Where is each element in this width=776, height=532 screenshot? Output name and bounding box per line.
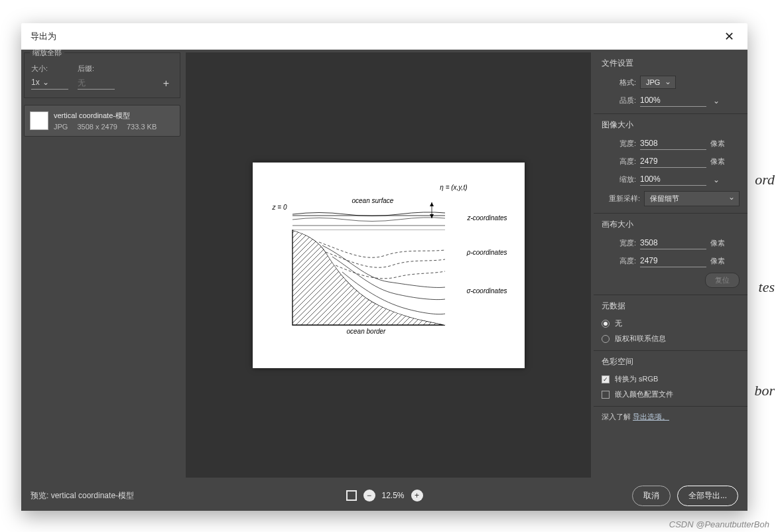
label-rhocoord: ρ-coordinates bbox=[467, 249, 507, 256]
dialog-title: 导出为 bbox=[31, 31, 56, 42]
close-button[interactable]: ✕ bbox=[720, 27, 738, 46]
resample-label: 重新采样: bbox=[602, 194, 640, 204]
label-surface: ocean surface bbox=[352, 197, 394, 204]
file-settings-header: 文件设置 bbox=[594, 52, 747, 73]
format-select[interactable]: JPG bbox=[640, 76, 676, 89]
checkbox-icon bbox=[602, 391, 610, 399]
preview-label: 预览: vertical coordinate-模型 bbox=[31, 490, 134, 501]
dialog-titlebar: 导出为 ✕ bbox=[21, 23, 747, 50]
img-height-label: 高度: bbox=[602, 157, 636, 166]
format-label: 格式: bbox=[602, 78, 636, 88]
scale-all-title: 缩放全部 bbox=[30, 50, 64, 58]
learn-more-link[interactable]: 导出选项。 bbox=[633, 413, 669, 421]
convert-srgb-checkbox[interactable]: 转换为 sRGB bbox=[602, 374, 740, 384]
metadata-none-label: 无 bbox=[615, 318, 622, 328]
asset-name: vertical coordinate-模型 bbox=[54, 111, 166, 121]
px-unit: 像素 bbox=[710, 157, 725, 166]
label-eta: η = (x,y,t) bbox=[440, 184, 467, 191]
img-width-input[interactable]: 3508 bbox=[640, 137, 706, 150]
metadata-header: 元数据 bbox=[594, 295, 747, 316]
suffix-label: 后缀: bbox=[78, 64, 115, 74]
learn-more-row: 深入了解 导出选项。 bbox=[594, 406, 747, 427]
colorspace-header: 色彩空间 bbox=[594, 350, 747, 371]
zoom-controls: − 12.5% + bbox=[346, 490, 422, 501]
svg-marker-2 bbox=[430, 202, 434, 206]
asset-thumbnail bbox=[30, 111, 48, 130]
canvas-size-header: 画布大小 bbox=[594, 213, 747, 234]
reset-canvas-button[interactable]: 复位 bbox=[705, 273, 740, 288]
export-all-button[interactable]: 全部导出... bbox=[677, 486, 738, 506]
bg-text: ord bbox=[755, 171, 775, 188]
diagram-svg bbox=[273, 182, 505, 348]
radio-icon bbox=[602, 320, 610, 328]
px-unit: 像素 bbox=[710, 238, 725, 248]
img-scale-label: 缩放: bbox=[602, 174, 636, 184]
dialog-footer: 预览: vertical coordinate-模型 − 12.5% + 取消 … bbox=[21, 480, 747, 511]
label-sigmacoord: σ-coordinates bbox=[466, 287, 507, 295]
add-scale-button[interactable]: + bbox=[159, 78, 173, 90]
quality-input[interactable]: 100% bbox=[640, 94, 706, 107]
learn-more-prefix: 深入了解 bbox=[602, 413, 633, 421]
px-unit: 像素 bbox=[710, 139, 725, 149]
checkbox-icon bbox=[602, 375, 610, 383]
metadata-none-radio[interactable]: 无 bbox=[602, 318, 740, 328]
scale-all-group: 缩放全部 大小: 1x⌄ 后缀: 无 + bbox=[24, 52, 180, 98]
convert-srgb-label: 转换为 sRGB bbox=[615, 374, 658, 384]
embed-profile-label: 嵌入颜色配置文件 bbox=[615, 389, 673, 399]
bg-text: tes bbox=[759, 279, 775, 296]
left-panel: 缩放全部 大小: 1x⌄ 后缀: 无 + vertical coordin bbox=[21, 50, 183, 480]
quality-label: 品质: bbox=[602, 96, 636, 105]
embed-profile-checkbox[interactable]: 嵌入颜色配置文件 bbox=[602, 389, 740, 399]
canvas-width-label: 宽度: bbox=[602, 238, 636, 248]
canvas-width-input[interactable]: 3508 bbox=[640, 237, 706, 249]
cancel-button[interactable]: 取消 bbox=[632, 486, 671, 506]
label-border: ocean border bbox=[347, 328, 386, 335]
asset-meta: JPG3508 x 2479733.3 KB bbox=[54, 123, 166, 131]
zoom-value: 12.5% bbox=[381, 491, 404, 500]
metadata-copyright-label: 版权和联系信息 bbox=[615, 334, 666, 344]
img-scale-input[interactable]: 100% bbox=[640, 173, 706, 186]
img-width-label: 宽度: bbox=[602, 139, 636, 149]
label-zcoord: z-coordinates bbox=[467, 214, 507, 222]
zoom-in-button[interactable]: + bbox=[411, 490, 423, 501]
image-size-header: 图像大小 bbox=[594, 113, 747, 135]
crop-icon[interactable] bbox=[346, 490, 356, 501]
radio-icon bbox=[602, 335, 610, 343]
resample-select[interactable]: 保留细节 bbox=[644, 191, 740, 206]
bg-text: bor bbox=[754, 382, 775, 399]
preview-canvas: η = (x,y,t) ocean surface z = 0 z-coordi… bbox=[253, 163, 525, 368]
preview-area: η = (x,y,t) ocean surface z = 0 z-coordi… bbox=[186, 52, 591, 478]
px-unit: 像素 bbox=[710, 256, 725, 266]
canvas-height-input[interactable]: 2479 bbox=[640, 255, 706, 267]
preview-diagram: η = (x,y,t) ocean surface z = 0 z-coordi… bbox=[273, 182, 505, 348]
watermark: CSDN @PeanutbutterBoh bbox=[669, 519, 769, 529]
label-z0: z = 0 bbox=[273, 204, 287, 211]
asset-row[interactable]: vertical coordinate-模型 JPG3508 x 2479733… bbox=[24, 105, 180, 137]
suffix-input[interactable]: 无 bbox=[78, 76, 115, 90]
size-select[interactable]: 1x⌄ bbox=[31, 76, 68, 90]
zoom-out-button[interactable]: − bbox=[363, 490, 375, 501]
img-height-input[interactable]: 2479 bbox=[640, 155, 706, 168]
export-dialog: 导出为 ✕ 缩放全部 大小: 1x⌄ 后缀: 无 + bbox=[21, 23, 747, 511]
right-panel: 文件设置 格式: JPG 品质: 100%⌄ 图像大小 宽度: 3508 像素 bbox=[594, 50, 747, 480]
size-label: 大小: bbox=[31, 64, 68, 74]
metadata-copyright-radio[interactable]: 版权和联系信息 bbox=[602, 334, 740, 344]
canvas-height-label: 高度: bbox=[602, 256, 636, 266]
